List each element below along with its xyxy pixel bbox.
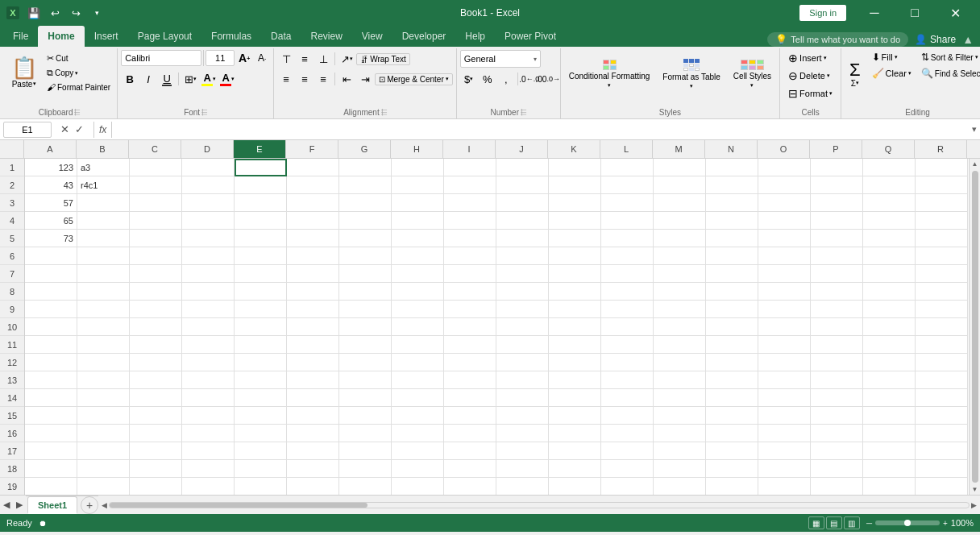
col-header-b[interactable]: B: [77, 140, 129, 158]
cell-o16[interactable]: [758, 425, 811, 442]
decrease-indent-button[interactable]: ⇤: [338, 70, 355, 88]
cell-l13[interactable]: [601, 371, 654, 389]
borders-button[interactable]: ⊞▾: [181, 70, 199, 88]
cell-a8[interactable]: [25, 283, 77, 301]
cell-l18[interactable]: [601, 460, 654, 478]
orientation-button[interactable]: ↗▾: [338, 50, 355, 68]
cell-q4[interactable]: [863, 212, 916, 230]
cell-o18[interactable]: [758, 460, 811, 478]
cell-b16[interactable]: [77, 425, 130, 442]
tab-power-pivot[interactable]: Power Pivot: [495, 26, 566, 47]
conditional-formatting-button[interactable]: Conditional Formatting ▾: [564, 50, 655, 98]
cell-k11[interactable]: [549, 336, 601, 354]
cell-n15[interactable]: [706, 407, 758, 425]
cell-a15[interactable]: [25, 407, 77, 425]
font-dialog-launcher[interactable]: ⬱: [201, 109, 207, 117]
underline-button[interactable]: U: [158, 70, 176, 88]
cell-e19[interactable]: [235, 478, 287, 495]
col-header-i[interactable]: I: [443, 140, 496, 158]
cell-e13[interactable]: [235, 371, 287, 389]
cell-i13[interactable]: [444, 371, 496, 389]
cell-a2[interactable]: 43: [25, 176, 77, 194]
cell-m10[interactable]: [654, 318, 706, 336]
cell-p17[interactable]: [811, 442, 863, 460]
cell-b11[interactable]: [77, 336, 130, 354]
cell-a19[interactable]: [25, 478, 77, 495]
cell-q16[interactable]: [863, 425, 916, 442]
cell-n4[interactable]: [706, 212, 758, 230]
increase-indent-button[interactable]: ⇥: [356, 70, 374, 88]
cell-m12[interactable]: [654, 354, 706, 371]
cell-d6[interactable]: [182, 247, 235, 265]
cell-o12[interactable]: [758, 354, 811, 371]
cell-p11[interactable]: [811, 336, 863, 354]
tell-me-button[interactable]: 💡 Tell me what you want to do: [767, 32, 908, 47]
cell-f8[interactable]: [287, 283, 339, 301]
cell-b2[interactable]: r4c1: [77, 176, 130, 194]
cell-e18[interactable]: [235, 460, 287, 478]
col-header-c[interactable]: C: [129, 140, 181, 158]
percent-button[interactable]: %: [479, 70, 496, 88]
cell-a18[interactable]: [25, 460, 77, 478]
cell-l11[interactable]: [601, 336, 654, 354]
comma-button[interactable]: ,: [497, 70, 515, 88]
cell-i4[interactable]: [444, 212, 496, 230]
col-header-l[interactable]: L: [600, 140, 653, 158]
cell-o17[interactable]: [758, 442, 811, 460]
cell-a17[interactable]: [25, 442, 77, 460]
cell-j5[interactable]: [496, 230, 549, 247]
col-header-j[interactable]: J: [496, 140, 548, 158]
cell-l14[interactable]: [601, 389, 654, 407]
clipboard-dialog-launcher[interactable]: ⬱: [74, 109, 80, 117]
cell-e17[interactable]: [235, 442, 287, 460]
cell-p9[interactable]: [811, 301, 863, 318]
cell-n6[interactable]: [706, 247, 758, 265]
cell-c10[interactable]: [130, 318, 182, 336]
undo-button[interactable]: ↩: [45, 3, 64, 23]
row-num-2[interactable]: 2: [0, 176, 24, 194]
page-layout-view-button[interactable]: ▤: [826, 516, 842, 529]
cell-o3[interactable]: [758, 194, 811, 212]
cell-h7[interactable]: [392, 265, 444, 283]
row-num-8[interactable]: 8: [0, 283, 24, 301]
col-header-f[interactable]: F: [286, 140, 338, 158]
cell-c17[interactable]: [130, 442, 182, 460]
cell-k18[interactable]: [549, 460, 601, 478]
cell-j1[interactable]: [496, 159, 549, 176]
cell-b8[interactable]: [77, 283, 130, 301]
cell-e12[interactable]: [235, 354, 287, 371]
cell-i8[interactable]: [444, 283, 496, 301]
zoom-out-button[interactable]: ─: [866, 519, 872, 528]
cell-p14[interactable]: [811, 389, 863, 407]
increase-font-button[interactable]: A+: [236, 50, 252, 66]
cell-a5[interactable]: 73: [25, 230, 77, 247]
cell-r19[interactable]: [916, 478, 968, 495]
cell-j13[interactable]: [496, 371, 549, 389]
align-bottom-button[interactable]: ⊥: [314, 50, 332, 68]
scroll-thumb[interactable]: [972, 171, 978, 483]
cell-a16[interactable]: [25, 425, 77, 442]
find-select-button[interactable]: 🔍 Find & Select ▾: [918, 66, 980, 81]
cell-e7[interactable]: [235, 265, 287, 283]
font-size-input[interactable]: [206, 50, 235, 66]
cell-n8[interactable]: [706, 283, 758, 301]
cell-f6[interactable]: [287, 247, 339, 265]
cell-h1[interactable]: [392, 159, 444, 176]
cell-h13[interactable]: [392, 371, 444, 389]
cell-k2[interactable]: [549, 176, 601, 194]
cell-o8[interactable]: [758, 283, 811, 301]
share-button[interactable]: 👤 Share: [915, 34, 956, 45]
cell-q10[interactable]: [863, 318, 916, 336]
cell-k7[interactable]: [549, 265, 601, 283]
cell-k4[interactable]: [549, 212, 601, 230]
cell-h5[interactable]: [392, 230, 444, 247]
cell-h8[interactable]: [392, 283, 444, 301]
cell-n7[interactable]: [706, 265, 758, 283]
row-num-15[interactable]: 15: [0, 407, 24, 425]
col-header-h[interactable]: H: [391, 140, 443, 158]
cell-r10[interactable]: [916, 318, 968, 336]
cell-n13[interactable]: [706, 371, 758, 389]
paste-button[interactable]: 📋 Paste▾: [5, 50, 44, 95]
cell-a7[interactable]: [25, 265, 77, 283]
cell-r11[interactable]: [916, 336, 968, 354]
